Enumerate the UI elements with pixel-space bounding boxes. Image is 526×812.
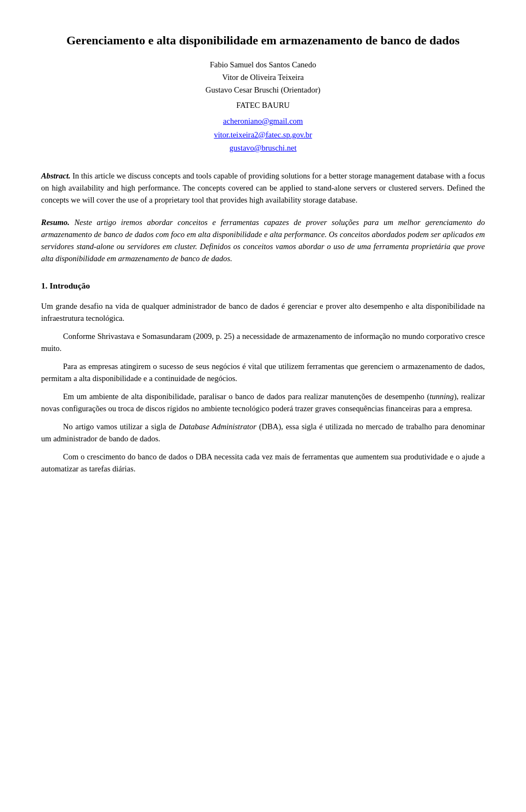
email-2: vitor.teixeira2@fatec.sp.gov.br	[41, 128, 485, 142]
section-title-1: 1. Introdução	[41, 280, 485, 292]
resumo-section: Resumo. Neste artigo iremos abordar conc…	[41, 217, 485, 264]
resumo-body: Neste artigo iremos abordar conceitos e …	[41, 218, 485, 262]
intro-p2: Conforme Shrivastava e Somasundaram (200…	[41, 330, 485, 355]
abstract-text: Abstract. In this article we discuss con…	[41, 170, 485, 206]
intro-p1: Um grande desafio na vida de qualquer ad…	[41, 300, 485, 325]
email-link-1[interactable]: acheroniano@gmail.com	[223, 117, 303, 125]
abstract-body: In this article we discuss concepts and …	[41, 171, 485, 204]
title-section: Gerenciamento e alta disponibilidade em …	[41, 33, 485, 155]
dba-em: Database Administrator	[179, 422, 256, 431]
author-line-3: Gustavo Cesar Bruschi (Orientador)	[41, 84, 485, 96]
section-introducao: 1. Introdução Um grande desafio na vida …	[41, 280, 485, 475]
main-title: Gerenciamento e alta disponibilidade em …	[41, 33, 485, 49]
emails: acheroniano@gmail.com vitor.teixeira2@fa…	[41, 114, 485, 155]
abstract-label: Abstract.	[41, 171, 71, 180]
institution: FATEC BAURU	[41, 100, 485, 111]
intro-p4: Em um ambiente de alta disponibilidade, …	[41, 390, 485, 415]
p5-before: No artigo vamos utilizar a sigla de	[63, 422, 179, 431]
resumo-label: Resumo.	[41, 218, 70, 227]
page: Gerenciamento e alta disponibilidade em …	[0, 0, 526, 812]
email-1: acheroniano@gmail.com	[41, 114, 485, 128]
email-link-3[interactable]: gustavo@bruschi.net	[230, 143, 297, 152]
intro-p6: Com o crescimento do banco de dados o DB…	[41, 451, 485, 475]
resumo-text: Resumo. Neste artigo iremos abordar conc…	[41, 217, 485, 264]
author-line-2: Vitor de Oliveira Teixeira	[41, 71, 485, 84]
intro-p5: No artigo vamos utilizar a sigla de Data…	[41, 421, 485, 445]
author-line-1: Fabio Samuel dos Santos Canedo	[41, 59, 485, 71]
email-3: gustavo@bruschi.net	[41, 141, 485, 155]
authors: Fabio Samuel dos Santos Canedo Vitor de …	[41, 59, 485, 97]
abstract-section: Abstract. In this article we discuss con…	[41, 170, 485, 206]
email-link-2[interactable]: vitor.teixeira2@fatec.sp.gov.br	[214, 130, 312, 139]
intro-p3: Para as empresas atingirem o sucesso de …	[41, 360, 485, 385]
